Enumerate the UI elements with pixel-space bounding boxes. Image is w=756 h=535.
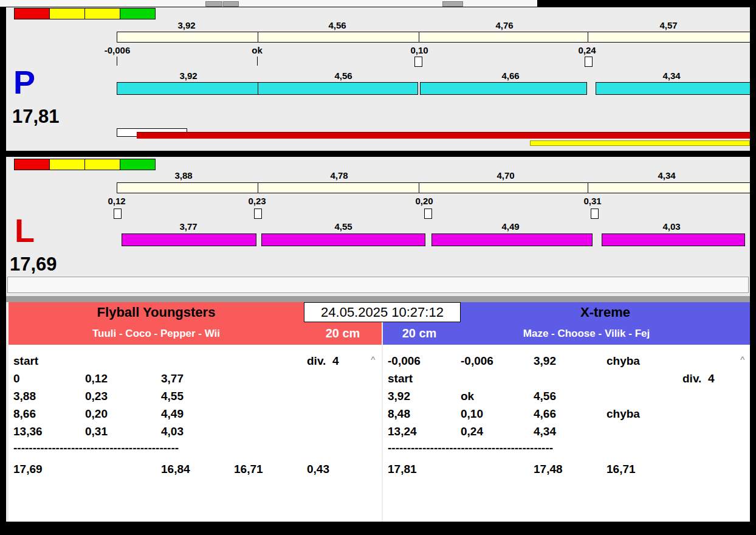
result-cell (161, 352, 234, 370)
result-total-row: 17,6916,8416,710,43 (13, 460, 372, 478)
result-row: 00,123,77 (13, 370, 372, 387)
status-strip (7, 277, 749, 293)
lane-l-split-bar-4 (602, 233, 745, 246)
result-row: 13,360,314,03 (13, 423, 372, 440)
race-progress-bar-red (137, 132, 750, 139)
result-cell (607, 387, 682, 405)
background-button (442, 1, 463, 7)
start-light-yellow-2 (84, 8, 120, 19)
mark-checkbox[interactable] (585, 57, 593, 67)
race-timestamp: 24.05.2025 10:27:12 (304, 302, 461, 322)
result-cell: start (388, 370, 461, 387)
result-cell: 4,55 (161, 387, 234, 405)
right-team-subtitle-bar: 20 cm Maze - Choose - Vilik - Fej (383, 322, 750, 345)
result-cell (607, 423, 682, 440)
result-cell: 16,71 (607, 460, 682, 478)
result-row: 3,92ok4,56 (388, 387, 740, 405)
lane-p-segment-track (117, 32, 751, 43)
lane-l-mark-4: 0,31 (562, 196, 623, 206)
result-cell (682, 423, 740, 440)
lane-l-top-split-2: 4,78 (303, 170, 376, 181)
mark-checkbox[interactable] (424, 209, 432, 219)
result-cell: 17,48 (534, 460, 607, 478)
result-cell: 4,49 (161, 405, 234, 423)
track-divider (419, 183, 419, 193)
lane-p-top-split-1: 3,92 (150, 20, 223, 31)
lane-l-bottom-split-4: 4,03 (635, 221, 708, 232)
result-row: 3,880,234,55 (13, 387, 372, 405)
lane-p-bottom-split-3: 4,66 (474, 71, 547, 81)
mark-checkbox[interactable] (591, 209, 599, 219)
lane-p-bottom-split-1: 3,92 (152, 71, 225, 81)
lane-p-split-bar-1 (117, 82, 418, 95)
results-separator: ----------------------------------------… (388, 440, 740, 456)
result-cell: 0 (13, 370, 85, 387)
result-cell: 0,23 (85, 387, 161, 405)
lane-p-mark-1: -0,006 (87, 45, 148, 55)
result-cell: start (13, 352, 85, 370)
left-jump-height: 20 cm (304, 322, 382, 345)
result-cell: 17,69 (13, 460, 85, 478)
lane-l-mark-2: 0,23 (227, 196, 287, 206)
start-lights (14, 159, 156, 170)
result-cell: 4,03 (161, 423, 234, 440)
lane-p-mark-2: ok (227, 45, 287, 55)
result-cell (682, 352, 740, 370)
result-row: 13,240,244,34 (388, 423, 740, 440)
start-light-green (120, 8, 156, 19)
lane-l-total-time: 17,69 (10, 254, 57, 275)
mark-checkbox[interactable] (414, 57, 422, 67)
result-cell (682, 460, 740, 478)
result-cell: div. 4 (682, 370, 740, 387)
mark-checkbox[interactable] (114, 209, 122, 219)
background-button (205, 1, 222, 7)
start-light-yellow-1 (49, 159, 85, 170)
lane-l-bottom-split-2: 4,55 (307, 221, 380, 232)
background-button (223, 1, 239, 7)
mark-tick (257, 57, 258, 66)
lane-l-top-split-3: 4,70 (469, 170, 542, 181)
result-cell: chyba (607, 405, 682, 423)
result-cell: 0,20 (85, 405, 161, 423)
result-cell (307, 370, 372, 387)
result-cell (682, 387, 740, 405)
result-row: startdiv. 4 (13, 352, 372, 370)
result-cell: 13,24 (388, 423, 461, 440)
lane-l-split-bar-1 (122, 233, 256, 246)
mark-checkbox[interactable] (254, 209, 262, 219)
flyball-timer-window: 3,92 4,56 4,76 4,57 -0,006 ok 0,10 0,24 … (6, 7, 750, 522)
lane-p-total-time: 17,81 (12, 106, 60, 128)
result-row: 8,660,204,49 (13, 405, 372, 423)
result-row: -0,006-0,0063,92chyba (388, 352, 740, 370)
lane-p-split-bar-3 (596, 82, 751, 95)
result-row: 8,480,104,66chyba (388, 405, 740, 423)
mark-tick (117, 57, 117, 66)
result-cell: -0,006 (388, 352, 461, 370)
lane-divider (6, 151, 750, 157)
lane-l-split-bar-3 (431, 233, 593, 246)
result-cell (307, 405, 372, 423)
lane-p-top-split-4: 4,57 (632, 20, 705, 31)
right-results-panel[interactable]: ^ -0,006-0,0063,92chyba startdiv. 4 3,92… (383, 345, 750, 522)
track-divider (588, 183, 588, 193)
result-cell (234, 405, 307, 423)
lane-p-mark-3: 0,10 (389, 45, 450, 55)
left-results-panel[interactable]: ^ startdiv. 4 00,123,77 3,880,234,55 8,6… (9, 345, 382, 522)
result-cell: 8,48 (388, 405, 461, 423)
results-separator: ----------------------------------------… (13, 440, 372, 456)
result-cell (307, 423, 372, 440)
left-team-lineup: Tuuli - Coco - Pepper - Wii (9, 322, 304, 345)
result-cell: 3,77 (161, 370, 234, 387)
background-window-strip (0, 0, 537, 7)
result-cell (461, 370, 534, 387)
result-cell: -0,006 (461, 352, 534, 370)
result-cell (234, 423, 307, 440)
left-results-rows: startdiv. 4 00,123,77 3,880,234,55 8,660… (13, 352, 372, 478)
result-cell: 13,36 (13, 423, 85, 440)
lane-l-top-split-1: 3,88 (147, 170, 220, 181)
scroll-up-icon[interactable]: ^ (740, 354, 745, 364)
left-team-subtitle-bar: Tuuli - Coco - Pepper - Wii 20 cm (9, 322, 382, 345)
track-divider (258, 183, 258, 193)
result-cell (682, 405, 740, 423)
result-cell: 0,24 (461, 423, 534, 440)
